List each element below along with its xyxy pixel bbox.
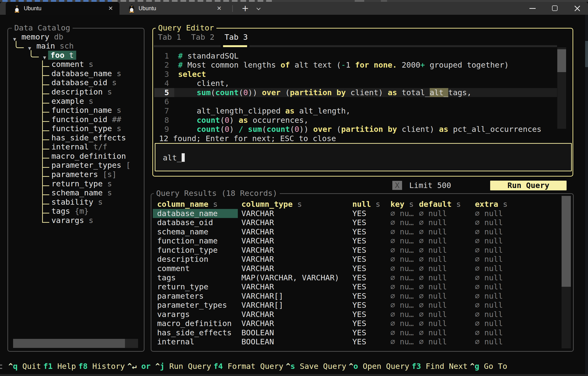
tab-close-icon[interactable]: ×	[108, 4, 113, 13]
table-cell[interactable]: ∅ null	[475, 301, 503, 310]
tree-item[interactable]: varargs s	[52, 216, 93, 225]
editor-vscrollbar[interactable]	[557, 47, 566, 129]
footer-shortcut[interactable]: ^q Quit	[8, 362, 41, 371]
table-cell[interactable]: BOOLEAN	[242, 337, 274, 346]
table-cell[interactable]: ∅ null	[419, 218, 447, 227]
expand-arrow-icon[interactable]: ▼	[28, 44, 31, 53]
column-header[interactable]: column_name s	[157, 200, 218, 209]
limit-checkbox[interactable]: X	[392, 181, 402, 190]
results-vscrollbar-thumb[interactable]	[562, 196, 571, 287]
table-cell[interactable]: VARCHAR	[242, 246, 274, 255]
table-cell[interactable]: ∅ nu…	[390, 218, 414, 227]
footer-shortcut[interactable]: ^↵ or ^j Run Query	[127, 362, 211, 371]
table-cell[interactable]: ∅ nu…	[390, 337, 414, 346]
table-cell[interactable]: YES	[352, 255, 366, 264]
tree-item[interactable]: macro_definition	[52, 152, 126, 161]
table-cell[interactable]: ∅ null	[419, 255, 447, 264]
table-cell[interactable]: ∅ null	[419, 337, 447, 346]
table-cell[interactable]: varargs	[157, 310, 190, 319]
tree-item[interactable]: database_name s	[52, 69, 121, 78]
table-cell[interactable]: ∅ null	[419, 236, 447, 246]
expand-arrow-icon[interactable]: ▼	[13, 35, 16, 44]
table-cell[interactable]: ∅ nu…	[390, 319, 414, 328]
tree-item-selected[interactable]: foo t	[48, 51, 76, 60]
table-cell[interactable]: ∅ null	[475, 209, 503, 218]
table-cell[interactable]: ∅ nu…	[390, 301, 414, 310]
table-cell[interactable]: comment	[157, 264, 190, 273]
table-cell[interactable]: return_type	[157, 282, 208, 292]
table-cell[interactable]: ∅ null	[419, 264, 447, 273]
footer-shortcut[interactable]: f1 Help	[43, 362, 76, 371]
table-cell[interactable]: ∅ null	[419, 319, 447, 328]
catalog-hscrollbar-thumb[interactable]	[13, 339, 125, 348]
table-cell[interactable]: YES	[352, 328, 366, 337]
table-cell[interactable]: ∅ null	[475, 282, 503, 292]
table-cell[interactable]: VARCHAR	[242, 282, 274, 292]
table-cell[interactable]: VARCHAR	[242, 227, 274, 237]
table-cell[interactable]: ∅ nu…	[390, 310, 414, 319]
column-header[interactable]: key s	[390, 200, 414, 209]
table-cell[interactable]: YES	[352, 310, 366, 319]
table-cell[interactable]: YES	[352, 227, 366, 237]
table-cell[interactable]: ∅ null	[419, 310, 447, 319]
table-cell[interactable]: ∅ nu…	[390, 292, 414, 301]
table-cell[interactable]: ∅ nu…	[390, 227, 414, 237]
table-cell[interactable]: VARCHAR	[242, 236, 274, 246]
table-cell[interactable]: ∅ null	[475, 337, 503, 346]
maximize-button[interactable]	[546, 2, 563, 15]
terminal-tab-inactive[interactable]: Ubuntu ×	[120, 2, 228, 15]
results-vscrollbar[interactable]	[562, 196, 571, 348]
table-cell[interactable]: YES	[352, 282, 366, 292]
table-cell[interactable]: ∅ nu…	[390, 236, 414, 246]
search-input[interactable]: alt_	[155, 143, 572, 171]
tab-close-icon[interactable]: ×	[217, 4, 221, 13]
chevron-down-icon[interactable]	[257, 7, 261, 10]
tree-item[interactable]: parameter_types [	[52, 161, 131, 170]
table-cell[interactable]: ∅ null	[419, 282, 447, 292]
table-cell[interactable]: YES	[352, 292, 366, 301]
table-cell[interactable]: ∅ null	[419, 227, 447, 237]
table-cell[interactable]: VARCHAR	[242, 209, 274, 218]
tree-item[interactable]: function_name s	[52, 106, 121, 115]
table-cell[interactable]: YES	[352, 236, 366, 246]
tree-item[interactable]: internal t/f	[52, 142, 107, 152]
table-cell[interactable]: YES	[352, 273, 366, 282]
table-cell[interactable]: ∅ null	[475, 319, 503, 328]
table-cell[interactable]: parameters	[157, 292, 204, 301]
table-cell[interactable]: database_oid	[157, 218, 213, 227]
tree-item[interactable]: has_side_effects	[52, 133, 126, 143]
editor-tab[interactable]: Tab 2	[191, 33, 214, 42]
close-button[interactable]	[568, 2, 585, 15]
table-cell[interactable]: macro_definition	[157, 319, 232, 328]
table-cell[interactable]: database_name	[157, 209, 218, 218]
table-cell[interactable]: ∅ null	[475, 273, 503, 282]
tree-item[interactable]: function_type s	[52, 124, 121, 133]
new-tab-button[interactable]: +	[240, 3, 251, 14]
editor-tab[interactable]: Tab 1	[158, 33, 181, 42]
footer-shortcut[interactable]: ^g Go To	[470, 362, 507, 371]
table-cell[interactable]: ∅ null	[475, 218, 503, 227]
table-cell[interactable]: ∅ null	[475, 292, 503, 301]
tree-item[interactable]: tags {m}	[52, 207, 89, 216]
table-cell[interactable]: ∅ nu…	[390, 264, 414, 273]
table-cell[interactable]: parameter_types	[157, 301, 227, 310]
table-cell[interactable]: ∅ nu…	[390, 273, 414, 282]
table-cell[interactable]: ∅ null	[419, 292, 447, 301]
table-cell[interactable]: ∅ nu…	[390, 282, 414, 292]
table-cell[interactable]: ∅ null	[475, 227, 503, 237]
table-cell[interactable]: ∅ nu…	[390, 246, 414, 255]
table-cell[interactable]: ∅ nu…	[390, 255, 414, 264]
table-cell[interactable]: function_type	[157, 246, 218, 255]
run-query-button[interactable]: Run Query	[490, 181, 567, 190]
table-cell[interactable]: VARCHAR	[242, 218, 274, 227]
tree-item[interactable]: function_oid ##	[52, 115, 121, 124]
table-cell[interactable]: YES	[352, 246, 366, 255]
column-header[interactable]: extra s	[475, 200, 507, 209]
table-cell[interactable]: YES	[352, 301, 366, 310]
column-header[interactable]: column_type s	[242, 200, 302, 209]
column-header[interactable]: default s	[419, 200, 461, 209]
table-cell[interactable]: YES	[352, 319, 366, 328]
minimize-button[interactable]	[524, 2, 541, 15]
table-cell[interactable]: has_side_effects	[157, 328, 232, 337]
footer-shortcut[interactable]: ^o Open Query	[349, 362, 409, 371]
